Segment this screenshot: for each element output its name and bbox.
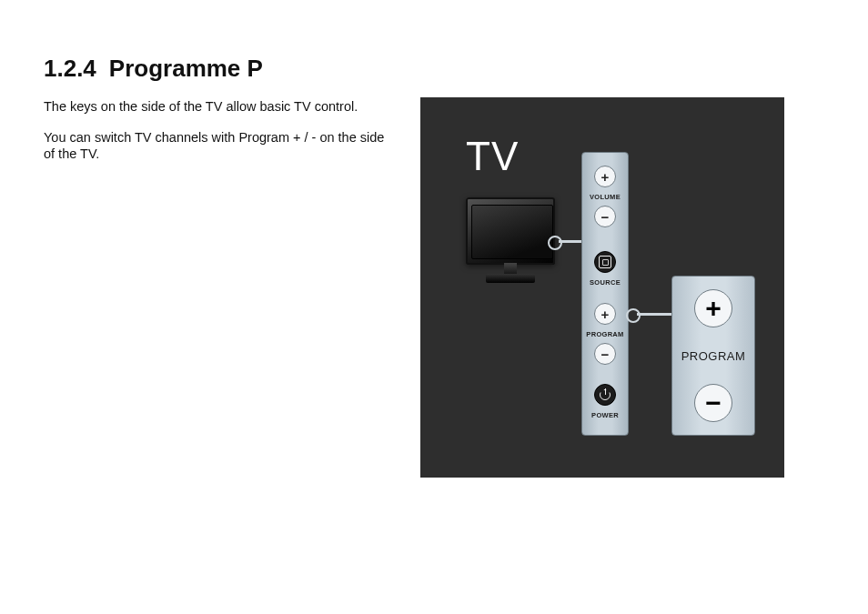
program-label: PROGRAM <box>582 330 628 338</box>
volume-plus-button[interactable]: + <box>594 166 616 187</box>
tv-screen-icon <box>471 205 553 259</box>
program-zoom-plus-button[interactable]: + <box>694 289 732 327</box>
power-icon <box>599 388 611 401</box>
section-number: 1.2.4 <box>44 55 96 82</box>
program-minus-button[interactable]: − <box>594 343 616 365</box>
callout-dot-icon <box>626 308 641 323</box>
callout-line-icon <box>559 240 582 243</box>
power-label: POWER <box>582 411 628 419</box>
program-zoom-label: PROGRAM <box>672 349 754 363</box>
tv-illustration-panel: TV + VOLUME − SOURCE + PROGRAM − POWER <box>420 97 784 478</box>
manual-page: 1.2.4Programme P The keys on the side of… <box>0 0 868 614</box>
tv-set-icon <box>462 197 560 297</box>
source-icon <box>599 256 611 268</box>
tv-label: TV <box>466 134 519 179</box>
callout-line-icon <box>637 313 671 316</box>
section-title: Programme P <box>109 55 263 82</box>
source-button[interactable] <box>594 251 616 273</box>
program-zoom-panel: + PROGRAM − <box>671 276 755 436</box>
callout-dot-icon <box>548 236 562 250</box>
side-control-strip: + VOLUME − SOURCE + PROGRAM − POWER <box>581 152 629 436</box>
body-paragraph-1: The keys on the side of the TV allow bas… <box>44 98 399 115</box>
power-button[interactable] <box>594 384 616 406</box>
tv-base-icon <box>486 274 535 283</box>
volume-minus-button[interactable]: − <box>594 206 616 227</box>
source-label: SOURCE <box>582 278 628 287</box>
program-zoom-minus-button[interactable]: − <box>694 384 732 422</box>
body-paragraph-2: You can switch TV channels with Program … <box>44 129 399 162</box>
volume-label: VOLUME <box>582 193 628 201</box>
section-heading: 1.2.4Programme P <box>44 55 263 83</box>
program-plus-button[interactable]: + <box>594 303 616 325</box>
